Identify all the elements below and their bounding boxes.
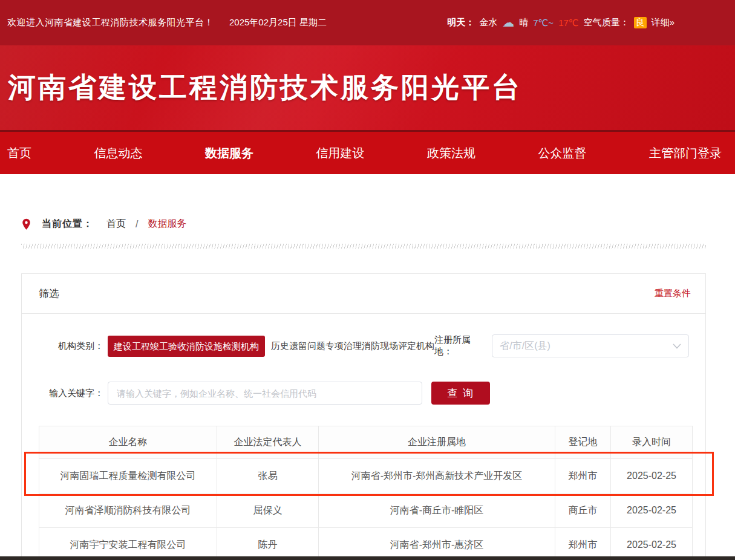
site-banner: 河南省建设工程消防技术服务阳光平台	[0, 45, 735, 130]
region-label: 注册所属地：	[434, 334, 487, 357]
chevron-down-icon	[673, 343, 681, 349]
filter-card-header: 筛选 重置条件	[22, 274, 705, 314]
date-text: 2025年02月25日 星期二	[229, 17, 327, 28]
location-pin-icon	[22, 218, 31, 230]
nav-item-admin-login[interactable]: 主管部门登录	[649, 145, 722, 161]
category-option-unselected[interactable]: 历史遗留问题专项治理消防现场评定机构	[271, 340, 434, 352]
cell-date: 2025-02-25	[611, 493, 693, 528]
weather-district: 金水	[479, 17, 497, 28]
keyword-input[interactable]	[108, 382, 422, 405]
column-header-registered-region: 企业注册属地	[319, 426, 555, 459]
weather-detail-link[interactable]: 详细»	[652, 17, 675, 28]
site-title: 河南省建设工程消防技术服务阳光平台	[0, 69, 522, 106]
region-select-placeholder: 省/市/区(县)	[500, 340, 550, 353]
table-row[interactable]: 河南宇宁安装工程有限公司 陈丹 河南省-郑州市-惠济区 郑州市 2025-02-…	[39, 528, 693, 560]
cell-legal-rep: 张易	[217, 459, 319, 493]
table-row[interactable]: 河南省泽顺消防科技有限公司 屈保义 河南省-商丘市-睢阳区 商丘市 2025-0…	[39, 493, 693, 528]
cell-region: 河南省-商丘市-睢阳区	[319, 493, 555, 528]
cloud-icon: ☁	[502, 16, 514, 28]
search-button[interactable]: 查 询	[431, 382, 490, 405]
region-select[interactable]: 省/市/区(县)	[492, 334, 689, 357]
table-header-row: 企业名称 企业法定代表人 企业注册属地 登记地 录入时间	[39, 426, 693, 459]
main-nav: 首页 信息动态 数据服务 信用建设 政策法规 公众监督 主管部门登录	[0, 132, 735, 174]
column-header-company: 企业名称	[39, 426, 217, 459]
keyword-label: 输入关键字：	[22, 388, 103, 399]
category-option-selected[interactable]: 建设工程竣工验收消防设施检测机构	[108, 336, 265, 357]
cell-region: 河南省-郑州市-惠济区	[319, 528, 555, 560]
cell-company: 河南宇宁安装工程有限公司	[39, 528, 217, 560]
reset-filters-link[interactable]: 重置条件	[655, 288, 691, 299]
keyword-filter-row: 输入关键字： 查 询	[22, 382, 705, 405]
breadcrumb-separator: /	[136, 219, 138, 230]
cell-city: 郑州市	[555, 528, 611, 560]
hatched-divider	[21, 244, 706, 249]
temp-low: 7℃~	[533, 18, 554, 28]
filter-card: 筛选 重置条件 机构类别： 建设工程竣工验收消防设施检测机构 历史遗留问题专项治…	[21, 273, 706, 560]
breadcrumb-current[interactable]: 数据服务	[148, 218, 186, 230]
breadcrumb: 当前位置： 首页 / 数据服务	[22, 218, 186, 230]
cell-date: 2025-02-25	[611, 528, 693, 560]
nav-item-data-service[interactable]: 数据服务	[205, 145, 253, 161]
temp-high: 17℃	[558, 18, 579, 28]
nav-item-home[interactable]: 首页	[7, 145, 31, 161]
cell-city: 郑州市	[555, 459, 611, 493]
footer-bar	[0, 556, 735, 560]
column-header-legal-rep: 企业法定代表人	[217, 426, 319, 459]
column-header-entry-date: 录入时间	[611, 426, 693, 459]
air-quality-badge: 良	[634, 17, 647, 28]
cell-region: 河南省-郑州市-郑州高新技术产业开发区	[319, 459, 555, 493]
nav-item-news[interactable]: 信息动态	[94, 145, 143, 161]
welcome-text: 欢迎进入河南省建设工程消防技术服务阳光平台！	[7, 17, 214, 28]
air-quality-label: 空气质量：	[584, 17, 629, 28]
weather-condition: 晴	[519, 17, 528, 28]
table-row[interactable]: 河南固瑞工程质量检测有限公司 张易 河南省-郑州市-郑州高新技术产业开发区 郑州…	[39, 459, 693, 493]
cell-date: 2025-02-25	[611, 459, 693, 493]
nav-item-credit[interactable]: 信用建设	[316, 145, 365, 161]
category-label: 机构类别：	[22, 340, 103, 352]
cell-legal-rep: 屈保义	[217, 493, 319, 528]
filter-title: 筛选	[39, 287, 59, 301]
category-filter-row: 机构类别： 建设工程竣工验收消防设施检测机构 历史遗留问题专项治理消防现场评定机…	[22, 334, 705, 357]
column-header-registry-city: 登记地	[555, 426, 611, 459]
cell-city: 商丘市	[555, 493, 611, 528]
tomorrow-label: 明天：	[447, 17, 474, 28]
breadcrumb-home-link[interactable]: 首页	[106, 218, 126, 230]
weather-widget: 明天： 金水 ☁ 晴 7℃~ 17℃ 空气质量： 良 详细»	[447, 17, 675, 29]
breadcrumb-label: 当前位置：	[42, 218, 93, 230]
page: 欢迎进入河南省建设工程消防技术服务阳光平台！ 2025年02月25日 星期二 明…	[0, 0, 735, 560]
results-table: 企业名称 企业法定代表人 企业注册属地 登记地 录入时间 河南固瑞工程质量检测有…	[39, 426, 693, 560]
cell-legal-rep: 陈丹	[217, 528, 319, 560]
cell-company: 河南固瑞工程质量检测有限公司	[39, 459, 217, 493]
cell-company: 河南省泽顺消防科技有限公司	[39, 493, 217, 528]
top-bar: 欢迎进入河南省建设工程消防技术服务阳光平台！ 2025年02月25日 星期二 明…	[0, 0, 735, 45]
nav-item-supervision[interactable]: 公众监督	[538, 145, 587, 161]
nav-item-policy[interactable]: 政策法规	[427, 145, 475, 161]
